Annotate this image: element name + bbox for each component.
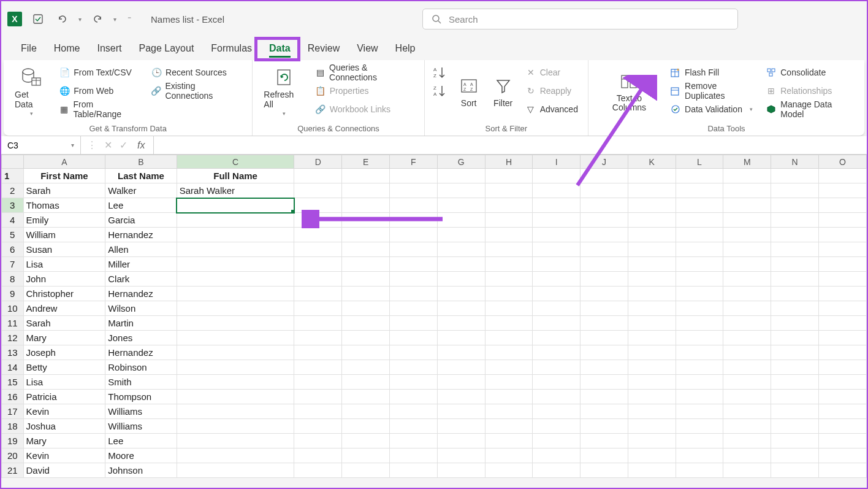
row-header-6[interactable]: 6 xyxy=(2,242,24,257)
cell-B16[interactable]: Thompson xyxy=(105,390,177,404)
cell-N3[interactable] xyxy=(771,198,819,213)
cell-I17[interactable] xyxy=(533,404,581,419)
row-header-4[interactable]: 4 xyxy=(2,213,24,228)
cell-I14[interactable] xyxy=(533,360,581,375)
cell-N6[interactable] xyxy=(771,242,819,257)
cell-M12[interactable] xyxy=(723,331,771,345)
cell-F1[interactable] xyxy=(389,169,437,183)
column-header-F[interactable]: F xyxy=(389,155,437,169)
cell-C2[interactable]: Sarah Walker xyxy=(177,183,294,198)
redo-button[interactable] xyxy=(89,10,106,28)
row-header-8[interactable]: 8 xyxy=(2,272,24,287)
cell-H5[interactable] xyxy=(485,228,533,242)
properties-button[interactable]: 📋Properties xyxy=(311,82,418,99)
cell-L9[interactable] xyxy=(676,287,723,301)
advanced-button[interactable]: ▽Advanced xyxy=(522,101,582,118)
autosave-icon[interactable] xyxy=(29,10,47,28)
cell-I20[interactable] xyxy=(533,449,581,463)
existing-connections-button[interactable]: 🔗Existing Connections xyxy=(147,82,246,99)
search-box[interactable]: Search xyxy=(422,9,738,29)
cell-H6[interactable] xyxy=(485,242,533,257)
cell-E8[interactable] xyxy=(342,272,390,287)
cell-K14[interactable] xyxy=(628,360,676,375)
cell-I3[interactable] xyxy=(533,198,581,213)
cell-B15[interactable]: Smith xyxy=(105,375,177,390)
cell-O16[interactable] xyxy=(819,390,867,404)
cell-M14[interactable] xyxy=(723,360,771,375)
cell-A12[interactable]: Mary xyxy=(23,331,105,345)
cell-G6[interactable] xyxy=(437,242,485,257)
cell-B7[interactable]: Miller xyxy=(105,257,177,272)
get-data-button[interactable]: Get Data ▾ xyxy=(10,64,53,119)
cell-K20[interactable] xyxy=(628,449,676,463)
name-box[interactable]: C3 ▾ xyxy=(1,136,81,154)
cell-G14[interactable] xyxy=(437,360,485,375)
relationships-button[interactable]: ⊞Relationships xyxy=(762,82,858,99)
cell-C3[interactable] xyxy=(177,198,294,213)
cell-E5[interactable] xyxy=(342,228,390,242)
cell-K17[interactable] xyxy=(628,404,676,419)
cell-G1[interactable] xyxy=(437,169,485,183)
tab-formulas[interactable]: Formulas xyxy=(202,38,261,59)
column-header-N[interactable]: N xyxy=(771,155,819,169)
cell-B9[interactable]: Hernandez xyxy=(105,287,177,301)
column-header-M[interactable]: M xyxy=(723,155,771,169)
cell-F16[interactable] xyxy=(389,390,437,404)
cell-K18[interactable] xyxy=(628,419,676,434)
cell-H4[interactable] xyxy=(485,213,533,228)
sort-button[interactable]: AZAZ Sort xyxy=(453,64,485,119)
cell-G20[interactable] xyxy=(437,449,485,463)
cell-D20[interactable] xyxy=(294,449,342,463)
cell-N9[interactable] xyxy=(771,287,819,301)
cell-A6[interactable]: Susan xyxy=(23,242,105,257)
tab-review[interactable]: Review xyxy=(299,38,348,59)
cell-H12[interactable] xyxy=(485,331,533,345)
cell-E9[interactable] xyxy=(342,287,390,301)
cell-I5[interactable] xyxy=(533,228,581,242)
cell-K9[interactable] xyxy=(628,287,676,301)
cell-J4[interactable] xyxy=(581,213,628,228)
cell-L20[interactable] xyxy=(676,449,723,463)
cell-B2[interactable]: Walker xyxy=(105,183,177,198)
column-header-O[interactable]: O xyxy=(819,155,867,169)
cell-N11[interactable] xyxy=(771,316,819,331)
cell-L2[interactable] xyxy=(676,183,723,198)
cell-K2[interactable] xyxy=(628,183,676,198)
cell-A19[interactable]: Mary xyxy=(23,434,105,449)
cell-C1[interactable]: Full Name xyxy=(177,169,294,183)
cell-N19[interactable] xyxy=(771,434,819,449)
cell-N1[interactable] xyxy=(771,169,819,183)
cell-M7[interactable] xyxy=(723,257,771,272)
cell-L12[interactable] xyxy=(676,331,723,345)
cell-K3[interactable] xyxy=(628,198,676,213)
cell-J8[interactable] xyxy=(581,272,628,287)
cell-G4[interactable] xyxy=(437,213,485,228)
cell-O10[interactable] xyxy=(819,301,867,316)
tab-home[interactable]: Home xyxy=(45,38,89,59)
cell-M10[interactable] xyxy=(723,301,771,316)
cell-F14[interactable] xyxy=(389,360,437,375)
row-header-3[interactable]: 3 xyxy=(2,198,24,213)
cell-J18[interactable] xyxy=(581,419,628,434)
cell-C13[interactable] xyxy=(177,345,294,360)
cell-D1[interactable] xyxy=(294,169,342,183)
cell-L15[interactable] xyxy=(676,375,723,390)
cell-J12[interactable] xyxy=(581,331,628,345)
cell-F11[interactable] xyxy=(389,316,437,331)
cell-E7[interactable] xyxy=(342,257,390,272)
cell-H21[interactable] xyxy=(485,463,533,478)
cell-K21[interactable] xyxy=(628,463,676,478)
cell-B12[interactable]: Jones xyxy=(105,331,177,345)
formula-input[interactable] xyxy=(154,136,867,154)
cell-M17[interactable] xyxy=(723,404,771,419)
cell-A2[interactable]: Sarah xyxy=(23,183,105,198)
row-header-17[interactable]: 17 xyxy=(2,404,24,419)
cell-B1[interactable]: Last Name xyxy=(105,169,177,183)
cell-I18[interactable] xyxy=(533,419,581,434)
cell-E4[interactable] xyxy=(342,213,390,228)
cell-N16[interactable] xyxy=(771,390,819,404)
cell-M4[interactable] xyxy=(723,213,771,228)
cell-C18[interactable] xyxy=(177,419,294,434)
cell-O1[interactable] xyxy=(819,169,867,183)
cell-M2[interactable] xyxy=(723,183,771,198)
